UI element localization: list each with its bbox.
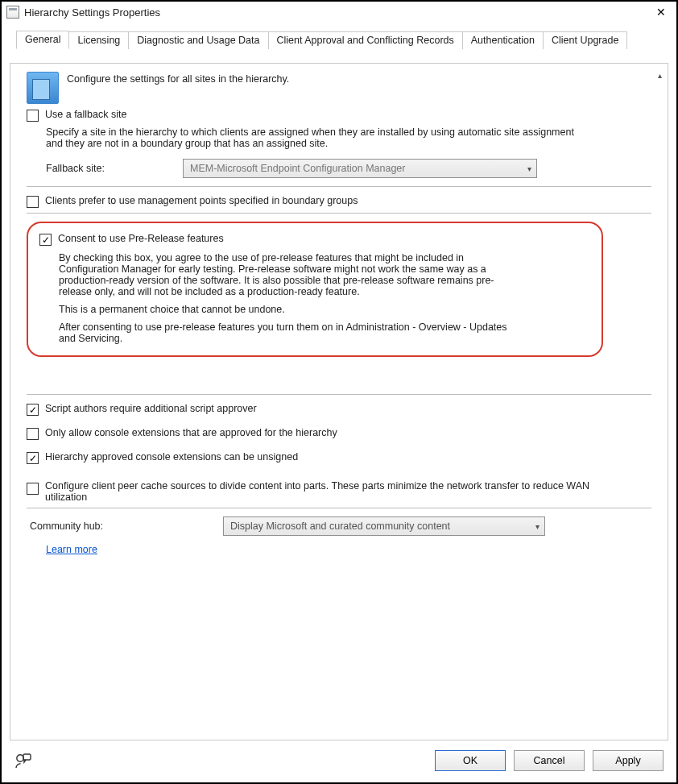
ok-button[interactable]: OK xyxy=(435,750,506,771)
fallback-site-value: MEM-Microsoft Endpoint Configuration Man… xyxy=(190,163,405,174)
community-hub-value: Display Microsoft and curated community … xyxy=(230,521,450,532)
use-fallback-site-checkbox[interactable] xyxy=(27,110,39,122)
close-button[interactable]: ✕ xyxy=(649,3,673,21)
svg-point-0 xyxy=(17,755,23,761)
consent-prerelease-checkbox[interactable] xyxy=(39,234,52,246)
unsigned-extensions-label: Hierarchy approved console extensions ca… xyxy=(45,451,298,463)
chevron-down-icon: ▾ xyxy=(535,522,540,531)
tab-diagnostic-usage[interactable]: Diagnostic and Usage Data xyxy=(128,31,268,49)
scroll-up-arrow-icon[interactable]: ▴ xyxy=(653,68,666,81)
tab-client-approval-conflict[interactable]: Client Approval and Conflicting Records xyxy=(268,31,463,49)
tab-general[interactable]: General xyxy=(16,31,69,49)
peer-cache-label: Configure client peer cache sources to d… xyxy=(45,480,609,503)
cancel-button[interactable]: Cancel xyxy=(514,750,585,771)
tab-panel-general: ▴ Configure the settings for all sites i… xyxy=(10,64,668,740)
community-hub-field-label: Community hub: xyxy=(30,521,207,532)
vertical-scrollbar[interactable]: ▴ xyxy=(653,68,666,114)
consent-paragraph-2: This is a permanent choice that cannot b… xyxy=(59,304,526,315)
separator xyxy=(27,213,651,214)
peer-cache-checkbox[interactable] xyxy=(27,483,39,495)
separator xyxy=(27,186,651,187)
separator xyxy=(27,394,651,395)
button-bar: OK Cancel Apply xyxy=(10,745,668,776)
tab-strip: General Licensing Diagnostic and Usage D… xyxy=(13,31,665,48)
svg-rect-1 xyxy=(23,754,31,760)
fallback-help-text: Specify a site in the hierarchy to which… xyxy=(46,127,577,149)
tab-client-upgrade[interactable]: Client Upgrade xyxy=(543,31,627,49)
fallback-site-field-label: Fallback site: xyxy=(46,163,167,174)
clients-prefer-mp-label: Clients prefer to use management points … xyxy=(45,195,358,206)
learn-more-link[interactable]: Learn more xyxy=(46,544,97,555)
consent-paragraph-1: By checking this box, you agree to the u… xyxy=(59,252,526,297)
consent-callout: Consent to use Pre-Release features By c… xyxy=(27,222,603,357)
script-approver-checkbox[interactable] xyxy=(27,404,39,416)
apply-button[interactable]: Apply xyxy=(593,750,664,771)
intro-text: Configure the settings for all sites in … xyxy=(67,72,289,85)
consent-paragraph-3: After consenting to use pre-release feat… xyxy=(59,321,526,344)
feedback-icon[interactable] xyxy=(14,753,32,769)
separator xyxy=(27,508,651,508)
hierarchy-icon xyxy=(27,72,59,104)
only-approved-extensions-label: Only allow console extensions that are a… xyxy=(45,427,337,438)
unsigned-extensions-checkbox[interactable] xyxy=(27,452,39,464)
script-approver-label: Script authors require additional script… xyxy=(45,403,257,414)
community-hub-select[interactable]: Display Microsoft and curated community … xyxy=(223,516,545,536)
clients-prefer-mp-checkbox[interactable] xyxy=(27,196,39,208)
consent-prerelease-label: Consent to use Pre-Release features xyxy=(58,233,224,244)
chevron-down-icon: ▾ xyxy=(527,164,531,173)
tab-licensing[interactable]: Licensing xyxy=(68,31,129,49)
tab-authentication[interactable]: Authentication xyxy=(462,31,544,49)
window-title: Hierarchy Settings Properties xyxy=(24,6,649,19)
dialog-client: ▴ Configure the settings for all sites i… xyxy=(10,63,668,740)
only-approved-extensions-checkbox[interactable] xyxy=(27,428,39,440)
title-bar: Hierarchy Settings Properties ✕ xyxy=(2,2,676,23)
use-fallback-site-label: Use a fallback site xyxy=(45,109,126,120)
app-icon xyxy=(6,6,19,19)
fallback-site-select[interactable]: MEM-Microsoft Endpoint Configuration Man… xyxy=(183,159,537,178)
